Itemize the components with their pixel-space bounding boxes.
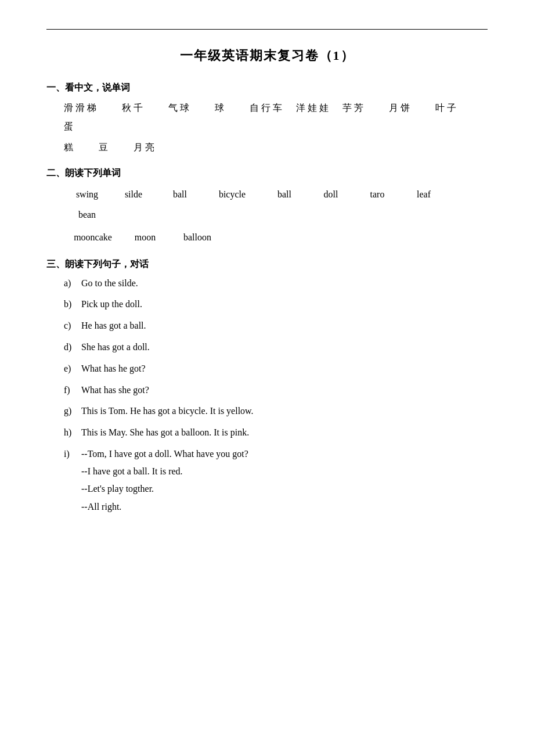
top-border	[46, 29, 488, 30]
section-2: 二、朗读下列单词 swing silde ball bicycle ball d…	[46, 167, 488, 248]
label-f: f)	[64, 382, 81, 399]
text-i-sub3: --All right.	[81, 498, 121, 516]
section-3: 三、朗读下列句子，对话 a) Go to the silde. b) Pick …	[46, 258, 488, 516]
word-ball2: ball	[261, 184, 308, 204]
label-i: i)	[64, 446, 81, 463]
page-title: 一年级英语期末复习卷（1）	[46, 47, 488, 64]
section-2-words-row2: mooncake moon balloon	[64, 227, 488, 247]
sentence-e: e) What has he got?	[64, 361, 488, 377]
sentence-c: c) He has got a ball.	[64, 318, 488, 334]
sentence-h: h) This is May. She has got a balloon. I…	[64, 424, 488, 441]
text-e: What has he got?	[81, 361, 488, 377]
word-doll: doll	[308, 184, 354, 204]
label-e: e)	[64, 361, 81, 377]
word-swing: swing	[64, 184, 110, 204]
word-leaf: leaf	[400, 184, 447, 204]
section-2-heading: 二、朗读下列单词	[46, 167, 488, 179]
text-i-main: --Tom, I have got a doll. What have you …	[81, 446, 248, 463]
section-1-heading: 一、看中文，说单词	[46, 82, 488, 94]
sentence-i: i) --Tom, I have got a doll. What have y…	[64, 446, 488, 516]
section-3-heading: 三、朗读下列句子，对话	[46, 258, 488, 271]
word-ball1: ball	[157, 184, 203, 204]
word-balloon: balloon	[168, 227, 226, 247]
section-1: 一、看中文，说单词 滑滑梯 秋千 气球 球 自行车 洋娃娃 芋芳 月饼 叶子 蛋…	[46, 82, 488, 157]
text-g: This is Tom. He has got a bicycle. It is…	[81, 403, 488, 420]
sentence-g: g) This is Tom. He has got a bicycle. It…	[64, 403, 488, 420]
word-moon: moon	[122, 227, 168, 247]
section-1-line1: 滑滑梯 秋千 气球 球 自行车 洋娃娃 芋芳 月饼 叶子 蛋	[64, 99, 488, 136]
word-bicycle: bicycle	[203, 184, 261, 204]
text-i-sub2: --Let's play togther.	[81, 480, 154, 498]
text-h: This is May. She has got a balloon. It i…	[81, 424, 488, 441]
text-a: Go to the silde.	[81, 275, 488, 292]
sentence-a: a) Go to the silde.	[64, 275, 488, 292]
word-mooncake: mooncake	[64, 227, 122, 247]
label-b: b)	[64, 296, 81, 313]
label-g: g)	[64, 403, 81, 420]
section-2-words-row1: swing silde ball bicycle ball doll taro …	[64, 184, 488, 225]
label-h: h)	[64, 424, 81, 441]
word-silde: silde	[110, 184, 157, 204]
section-1-line2: 糕 豆 月亮	[64, 138, 488, 157]
word-bean: bean	[64, 204, 110, 225]
sentences-list: a) Go to the silde. b) Pick up the doll.…	[64, 275, 488, 516]
label-a: a)	[64, 275, 81, 292]
text-c: He has got a ball.	[81, 318, 488, 334]
text-i-sub1: --I have got a ball. It is red.	[81, 463, 183, 480]
label-c: c)	[64, 318, 81, 334]
text-f: What has she got?	[81, 382, 488, 399]
label-d: d)	[64, 339, 81, 356]
text-b: Pick up the doll.	[81, 296, 488, 313]
sentence-f: f) What has she got?	[64, 382, 488, 399]
text-d: She has got a doll.	[81, 339, 488, 356]
sentence-d: d) She has got a doll.	[64, 339, 488, 356]
sentence-b: b) Pick up the doll.	[64, 296, 488, 313]
word-taro: taro	[354, 184, 400, 204]
